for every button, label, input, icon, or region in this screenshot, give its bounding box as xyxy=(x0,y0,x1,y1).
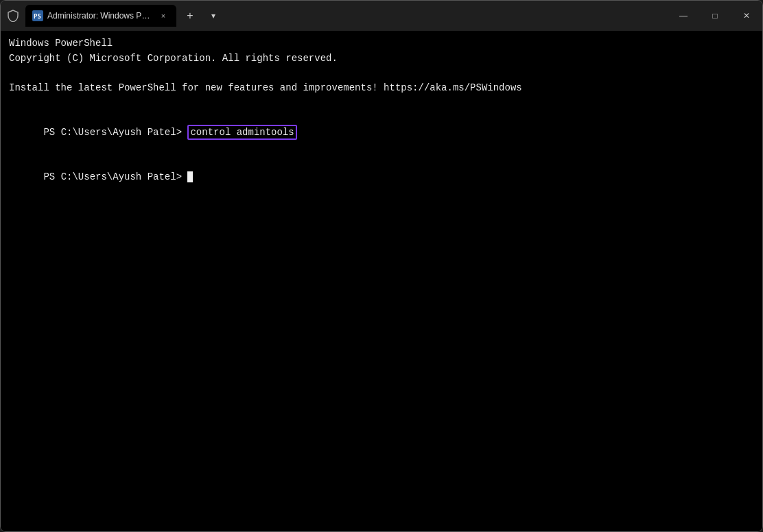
minimize-button[interactable]: — xyxy=(668,1,699,31)
active-tab[interactable]: PS Administrator: Windows Powe × xyxy=(25,5,176,27)
terminal-output[interactable]: Windows PowerShell Copyright (C) Microso… xyxy=(1,31,762,531)
close-button[interactable]: ✕ xyxy=(731,1,762,31)
titlebar: PS Administrator: Windows Powe × + ▾ — □… xyxy=(1,1,762,31)
blank-line-2 xyxy=(9,96,754,111)
tab-close-button[interactable]: × xyxy=(157,10,169,22)
output-line-2: Copyright (C) Microsoft Corporation. All… xyxy=(9,51,754,66)
titlebar-left: PS Administrator: Windows Powe × + ▾ xyxy=(1,5,228,27)
highlighted-command: control admintools xyxy=(187,125,296,140)
tab-dropdown-button[interactable]: ▾ xyxy=(204,6,223,25)
powershell-icon: PS xyxy=(32,10,43,21)
security-icon xyxy=(6,9,20,23)
terminal-window: PS Administrator: Windows Powe × + ▾ — □… xyxy=(0,0,763,532)
command-line-2: PS C:\Users\Ayush Patel> xyxy=(9,156,754,200)
prompt-2: PS C:\Users\Ayush Patel> xyxy=(43,171,187,182)
blank-line-1 xyxy=(9,66,754,81)
output-line-1: Windows PowerShell xyxy=(9,36,754,51)
prompt-1: PS C:\Users\Ayush Patel> xyxy=(43,127,187,138)
new-tab-button[interactable]: + xyxy=(179,5,201,27)
svg-text:PS: PS xyxy=(34,13,41,20)
output-line-4: Install the latest PowerShell for new fe… xyxy=(9,81,754,96)
window-controls: — □ ✕ xyxy=(668,1,762,31)
command-line-1: PS C:\Users\Ayush Patel> control adminto… xyxy=(9,110,754,155)
maximize-button[interactable]: □ xyxy=(699,1,731,31)
tab-title-label: Administrator: Windows Powe xyxy=(47,11,153,21)
cursor xyxy=(187,171,193,182)
